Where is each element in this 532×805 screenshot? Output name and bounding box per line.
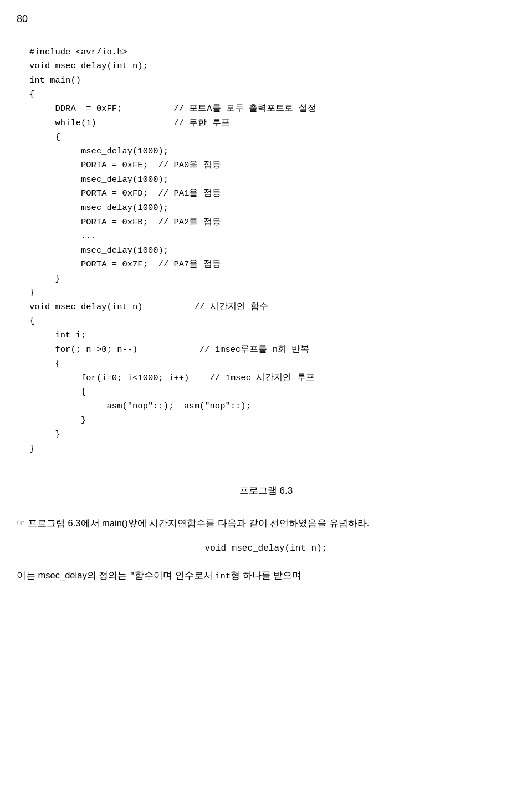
note-section: ☞ 프로그램 6.3에서 main()앞에 시간지연함수를 다음과 같이 선언하… [17, 515, 515, 584]
program-title: 프로그램 6.3 [17, 483, 515, 498]
bottom-text: 이는 msec_delay의 정의는 "함수이며 인수로서 int형 하나를 받… [17, 567, 515, 584]
note-line: ☞ 프로그램 6.3에서 main()앞에 시간지연함수를 다음과 같이 선언하… [17, 515, 515, 532]
code-content: #include <avr/io.h> void msec_delay(int … [29, 45, 503, 456]
page-number: 80 [17, 11, 515, 27]
declaration-line: void msec_delay(int n); [17, 541, 515, 557]
note-text: 프로그램 6.3에서 main()앞에 시간지연함수를 다음과 같이 선언하였음… [28, 515, 515, 532]
code-box: #include <avr/io.h> void msec_delay(int … [17, 35, 515, 466]
note-icon: ☞ [17, 515, 24, 531]
